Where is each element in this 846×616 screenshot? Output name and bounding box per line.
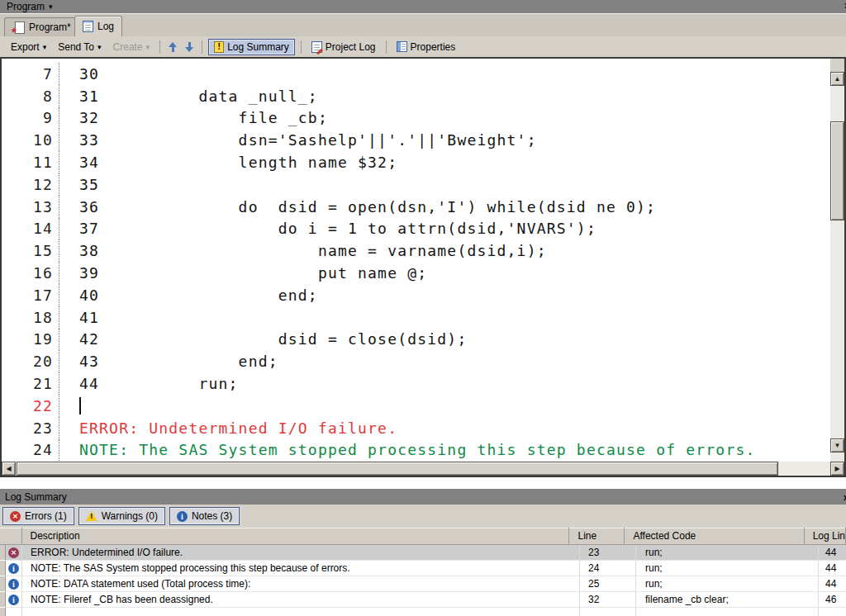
log-line-number: 19: [2, 330, 53, 348]
cell-affected-code: run;: [636, 545, 819, 561]
gutter-separator: [53, 439, 59, 462]
log-text-area[interactable]: 730831 data _null_;932 file _cb;1033 dsn…: [2, 59, 830, 462]
filter-button-notes[interactable]: iNotes (3): [169, 507, 240, 525]
info-circle-icon: i: [8, 595, 19, 605]
gutter-separator: [53, 196, 59, 218]
tab-program[interactable]: * Program*: [4, 17, 79, 36]
previous-arrow-icon[interactable]: [166, 40, 179, 54]
log-line-number: 23: [2, 419, 53, 437]
header-icon-column[interactable]: [0, 528, 22, 545]
filter-button-errors[interactable]: ×Errors (1): [2, 507, 74, 525]
gutter-separator: [53, 350, 59, 372]
filter-label: Errors (1): [25, 510, 67, 522]
gutter-separator: [53, 395, 59, 417]
cell-log-line: 44: [819, 561, 846, 576]
log-summary-panel: Log Summary x ×Errors (1)!Warnings (0)iN…: [0, 489, 846, 616]
tab-log[interactable]: Log: [74, 16, 122, 36]
chevron-down-icon: ▾: [43, 43, 47, 51]
log-viewer-panel: 730831 data _null_;932 file _cb;1033 dsn…: [0, 57, 846, 477]
empty-cell: [636, 608, 819, 616]
log-line-number: 21: [2, 375, 53, 392]
scroll-right-button[interactable]: ▶: [830, 462, 844, 476]
toolbar-separator: [386, 40, 387, 54]
log-line-number: 24: [2, 441, 53, 458]
log-line-number: 8: [2, 88, 53, 105]
summary-table-row[interactable]: ×ERROR: Undetermined I/O failure.23run;4…: [0, 545, 846, 561]
scroll-down-button[interactable]: ▼: [830, 438, 844, 453]
header-log-line[interactable]: Log Lin: [805, 528, 846, 545]
log-line-number: 13: [2, 198, 53, 216]
table-empty-area: [0, 608, 846, 616]
summary-table-row[interactable]: iNOTE: The SAS System stopped processing…: [0, 561, 846, 576]
log-line: 730: [2, 63, 830, 85]
cell-log-line: 44: [819, 545, 846, 561]
row-selector-strip[interactable]: [0, 576, 6, 592]
row-selector-strip[interactable]: [0, 592, 6, 608]
horizontal-scroll-thumb[interactable]: [17, 462, 778, 476]
horizontal-scrollbar[interactable]: ◀ ▶: [2, 462, 844, 476]
cell-icon: i: [6, 592, 22, 608]
log-line: 2043 end;: [2, 350, 830, 372]
cell-description: NOTE: The SAS System stopped processing …: [22, 561, 580, 576]
empty-cell: [22, 608, 580, 616]
tab-log-label: Log: [97, 21, 114, 32]
log-summary-title: Log Summary: [5, 491, 67, 503]
vertical-scroll-thumb[interactable]: [830, 121, 844, 220]
properties-label: Properties: [411, 41, 456, 53]
log-line: 1437 do i = 1 to attrn(dsid,'NVARS');: [2, 218, 830, 240]
chevron-down-icon: ▾: [49, 2, 53, 11]
gutter-separator: [53, 329, 59, 351]
log-line-number: 9: [2, 109, 53, 126]
scroll-up-button[interactable]: ▲: [830, 72, 844, 86]
toolbar-separator: [301, 40, 302, 54]
header-line[interactable]: Line: [569, 528, 625, 545]
row-selector-strip[interactable]: [0, 545, 6, 561]
log-notepad-icon: [83, 21, 93, 32]
text-cursor: [79, 397, 81, 415]
program-file-icon: *: [12, 21, 25, 34]
program-menu-button[interactable]: Program ▾: [0, 1, 53, 12]
create-button: Create ▾: [109, 40, 154, 54]
cell-line: 25: [580, 576, 636, 592]
log-line: 831 data _null_;: [2, 85, 830, 107]
project-log-button[interactable]: Project Log: [307, 40, 380, 54]
summary-table-row[interactable]: iNOTE: DATA statement used (Total proces…: [0, 576, 846, 592]
chevron-down-icon: ▾: [146, 43, 150, 51]
project-log-icon: [311, 41, 322, 53]
vertical-scrollbar[interactable]: ▲ ▼: [830, 59, 844, 462]
next-arrow-icon[interactable]: [183, 40, 196, 54]
log-summary-icon: !: [214, 41, 224, 53]
log-line-number: 15: [2, 242, 53, 259]
export-button[interactable]: Export ▾: [7, 40, 50, 54]
log-line-number: 14: [2, 220, 53, 237]
cell-log-line: 44: [819, 576, 846, 592]
scroll-left-button[interactable]: ◀: [2, 462, 16, 476]
log-line-text: [59, 397, 81, 415]
log-summary-toggle-button[interactable]: ! Log Summary: [208, 39, 295, 55]
tab-program-label: Program*: [29, 21, 71, 33]
log-line-number: 11: [2, 154, 53, 171]
properties-button[interactable]: Properties: [392, 40, 460, 54]
row-selector-strip[interactable]: [0, 561, 6, 576]
table-body: ×ERROR: Undetermined I/O failure.23run;4…: [0, 545, 846, 608]
scrollbar-spacer: [830, 59, 844, 72]
filter-button-warnings[interactable]: !Warnings (0): [78, 507, 165, 525]
log-line: 1336 do dsid = open(dsn,'I') while(dsid …: [2, 196, 830, 218]
log-line-text: 42 dsid = close(dsid);: [59, 330, 467, 348]
empty-cell: [580, 608, 636, 616]
document-tabbar: * Program* Log: [0, 13, 846, 36]
gutter-separator: [53, 218, 59, 240]
header-description[interactable]: Description: [22, 528, 570, 545]
header-affected-code[interactable]: Affected Code: [625, 528, 804, 545]
gutter-separator: [53, 417, 59, 439]
info-circle-icon: i: [177, 511, 188, 522]
summary-table-row[interactable]: iNOTE: Fileref _CB has been deassigned.3…: [0, 592, 846, 608]
gutter-separator: [53, 372, 59, 395]
application-window: Program ▾ x * Program* Log Export ▾ Send…: [0, 0, 846, 616]
send-to-button[interactable]: Send To ▾: [54, 40, 105, 54]
cell-description: NOTE: Fileref _CB has been deassigned.: [22, 592, 580, 608]
cell-line: 23: [580, 545, 636, 561]
log-line: 1841: [2, 306, 830, 329]
log-line-number: 22: [2, 397, 53, 415]
cell-icon: i: [6, 561, 22, 576]
